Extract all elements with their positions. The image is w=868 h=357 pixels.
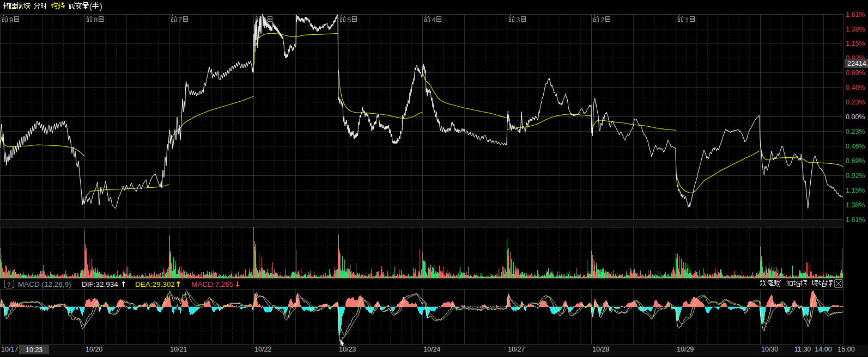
svg-text:1: 1: [685, 16, 689, 24]
svg-text:1.15%: 1.15%: [846, 187, 865, 194]
svg-text:1.38%: 1.38%: [846, 201, 865, 209]
svg-text:10/23: 10/23: [339, 346, 356, 353]
svg-text:10:23: 10:23: [26, 346, 43, 354]
svg-text:10/22: 10/22: [254, 346, 271, 353]
svg-text:4: 4: [432, 16, 435, 24]
svg-text:1.15%: 1.15%: [846, 40, 865, 47]
svg-text:0.23%: 0.23%: [846, 99, 865, 106]
svg-text:1.61%: 1.61%: [846, 11, 865, 19]
svg-text:0.69%: 0.69%: [846, 157, 865, 165]
svg-text:0.92%: 0.92%: [846, 172, 865, 180]
svg-text:10/30: 10/30: [761, 346, 778, 353]
svg-text:MACD:7.265: MACD:7.265: [191, 280, 233, 288]
svg-text:2: 2: [600, 16, 604, 24]
svg-text:10/27: 10/27: [508, 346, 525, 353]
svg-text:1.61%: 1.61%: [846, 216, 865, 224]
svg-text:8: 8: [94, 16, 98, 24]
svg-text:MACD (12,26,9): MACD (12,26,9): [18, 280, 71, 288]
svg-text:DIF:32.934: DIF:32.934: [82, 280, 118, 288]
svg-text:0.69%: 0.69%: [846, 69, 865, 77]
svg-text:14:00: 14:00: [815, 346, 831, 353]
svg-text:10/24: 10/24: [423, 346, 440, 353]
svg-text:0.46%: 0.46%: [846, 84, 865, 91]
svg-text:DEA:29.302: DEA:29.302: [135, 280, 175, 288]
svg-text:): ): [100, 2, 102, 11]
svg-text:10/21: 10/21: [170, 346, 187, 353]
svg-text:1.38%: 1.38%: [846, 26, 865, 33]
svg-text:15:00: 15:00: [837, 346, 854, 353]
svg-text:7: 7: [178, 16, 182, 24]
svg-text:10/28: 10/28: [592, 346, 609, 353]
svg-text:10/29: 10/29: [677, 346, 694, 353]
svg-text:0.00%: 0.00%: [846, 113, 865, 121]
svg-text:(: (: [89, 2, 92, 11]
svg-text:11:30: 11:30: [794, 346, 811, 353]
svg-text:3: 3: [516, 16, 520, 24]
svg-text:10/20: 10/20: [86, 346, 102, 353]
svg-text:9: 9: [9, 16, 13, 24]
svg-text:22414.: 22414.: [847, 60, 868, 67]
svg-text:?: ?: [7, 281, 10, 288]
svg-text:10/17: 10/17: [1, 346, 18, 353]
svg-text:0.46%: 0.46%: [846, 143, 865, 150]
svg-text:5: 5: [347, 16, 351, 24]
svg-text:0.23%: 0.23%: [846, 128, 865, 136]
